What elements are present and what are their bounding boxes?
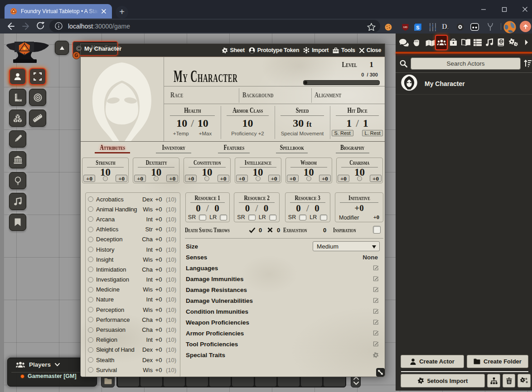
svg-text:UO: UO xyxy=(403,26,407,29)
svg-text:S: S xyxy=(416,25,419,30)
